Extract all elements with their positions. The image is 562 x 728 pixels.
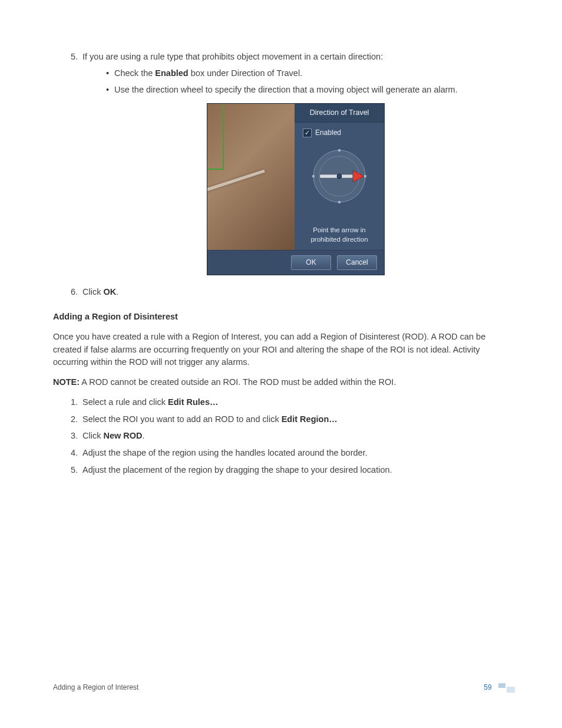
embedded-figure: Direction of Travel ✓ Enabled bbox=[82, 103, 509, 275]
svg-rect-5 bbox=[312, 175, 315, 177]
ok-button[interactable]: OK bbox=[291, 255, 331, 270]
direction-panel: Direction of Travel ✓ Enabled bbox=[295, 104, 384, 250]
enabled-row: ✓ Enabled bbox=[295, 123, 384, 141]
dialog-body: Direction of Travel ✓ Enabled bbox=[207, 104, 384, 250]
rod-step-4: Adjust the shape of the region using the… bbox=[80, 447, 509, 460]
rod-step-2: Select the ROI you want to add an ROD to… bbox=[80, 413, 509, 426]
svg-rect-6 bbox=[364, 175, 366, 177]
video-preview-pane bbox=[207, 104, 295, 250]
svg-rect-7 bbox=[320, 174, 353, 178]
step-5-sublist: Check the Enabled box under Direction of… bbox=[82, 67, 509, 97]
footer-left: Adding a Region of Interest bbox=[53, 682, 138, 693]
scene-object bbox=[207, 170, 265, 195]
roi-outline bbox=[207, 104, 224, 170]
bullet-enabled: Check the Enabled box under Direction of… bbox=[114, 67, 509, 80]
step-6: Click OK. bbox=[80, 286, 509, 299]
enabled-label: Enabled bbox=[315, 127, 341, 138]
note-label: NOTE: bbox=[53, 377, 80, 387]
svg-point-9 bbox=[337, 174, 342, 179]
direction-wheel[interactable] bbox=[307, 141, 372, 225]
svg-rect-3 bbox=[338, 149, 340, 151]
page-number: 59 bbox=[484, 683, 491, 691]
intro-paragraph: Once you have created a rule with a Regi… bbox=[53, 331, 509, 369]
rod-steps-list: Select a rule and click Edit Rules… Sele… bbox=[53, 396, 509, 477]
footer-logo-icon bbox=[498, 683, 515, 693]
enabled-checkbox[interactable]: ✓ bbox=[303, 129, 312, 137]
rod-step-1: Select a rule and click Edit Rules… bbox=[80, 396, 509, 409]
step-5-text: If you are using a rule type that prohib… bbox=[82, 52, 383, 61]
step-5: If you are using a rule type that prohib… bbox=[80, 51, 509, 275]
page-content: If you are using a rule type that prohib… bbox=[0, 0, 562, 477]
rod-step-5: Adjust the placement of the region by dr… bbox=[80, 464, 509, 477]
direction-hint: Point the arrow in prohibited direction bbox=[307, 225, 371, 250]
ordered-list-steps: If you are using a rule type that prohib… bbox=[53, 51, 509, 299]
direction-dialog: Direction of Travel ✓ Enabled bbox=[207, 103, 385, 275]
section-heading: Adding a Region of Disinterest bbox=[53, 311, 509, 324]
checkmark-icon: ✓ bbox=[305, 130, 310, 136]
bullet-direction-wheel: Use the direction wheel to specify the d… bbox=[114, 84, 509, 97]
wheel-icon bbox=[307, 144, 372, 209]
note-text: A ROD cannot be created outside an ROI. … bbox=[80, 377, 396, 387]
note-paragraph: NOTE: A ROD cannot be created outside an… bbox=[53, 376, 509, 389]
svg-rect-4 bbox=[338, 201, 340, 203]
rod-step-3: Click New ROD. bbox=[80, 430, 509, 443]
dialog-button-bar: OK Cancel bbox=[207, 250, 384, 275]
cancel-button[interactable]: Cancel bbox=[337, 255, 377, 270]
page-footer: Adding a Region of Interest 59 bbox=[53, 682, 515, 693]
panel-title: Direction of Travel bbox=[295, 104, 384, 123]
footer-right: 59 bbox=[484, 682, 515, 693]
